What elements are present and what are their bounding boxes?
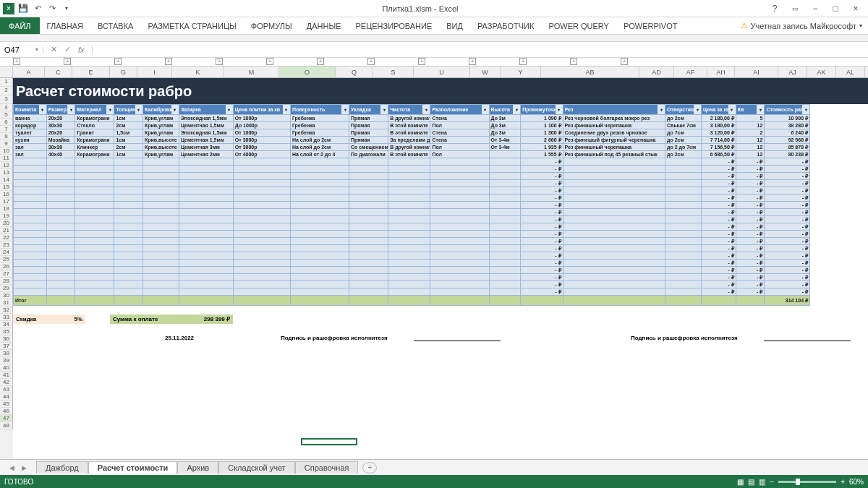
cell[interactable]: Клинкер (75, 144, 114, 151)
ribbon-tab[interactable]: POWERPIVOT (616, 17, 685, 34)
cell[interactable]: - ₽ (736, 231, 765, 238)
cell[interactable] (14, 216, 47, 223)
cell[interactable] (142, 260, 179, 267)
cell[interactable]: В другой комнате (388, 144, 430, 151)
cell[interactable] (349, 288, 388, 296)
cell[interactable]: - ₽ (736, 166, 765, 173)
cell[interactable] (430, 274, 489, 281)
cell[interactable] (142, 238, 179, 245)
cell[interactable] (14, 252, 47, 260)
cell[interactable] (430, 260, 489, 267)
cell[interactable] (665, 260, 702, 267)
cell[interactable] (430, 202, 489, 209)
cell[interactable]: - ₽ (765, 260, 810, 267)
cells-area[interactable]: Расчет стоимости рабро Комната▾Размер▾Ма… (13, 78, 868, 459)
cell[interactable]: Рез финишный под 45 резаный стык (563, 151, 665, 158)
column-header[interactable]: Промежуточная▾ (521, 105, 563, 115)
cell[interactable] (142, 158, 179, 166)
cell[interactable]: до 2 до 7см (665, 144, 702, 151)
cell[interactable] (46, 209, 75, 216)
cell[interactable]: Крив,высоте (142, 137, 179, 144)
cell[interactable]: - ₽ (736, 274, 765, 281)
cell[interactable] (290, 180, 349, 187)
cell[interactable] (233, 158, 290, 166)
cell[interactable] (349, 194, 388, 202)
cell[interactable] (14, 166, 47, 173)
cell[interactable]: Цементная 2мм (179, 151, 233, 158)
cell[interactable] (430, 238, 489, 245)
cell[interactable] (388, 267, 430, 274)
cell[interactable]: 1 300 ₽ (521, 129, 563, 137)
cell[interactable] (75, 166, 114, 173)
cell[interactable]: Стена (430, 115, 489, 122)
cell[interactable]: - ₽ (521, 288, 563, 296)
cell[interactable] (46, 223, 75, 231)
cell[interactable]: Пол (430, 122, 489, 129)
cell[interactable]: - ₽ (765, 252, 810, 260)
cell[interactable] (665, 158, 702, 166)
cell[interactable] (14, 231, 47, 238)
cell[interactable]: 38 280 ₽ (765, 122, 810, 129)
cell[interactable]: Керамограни (75, 151, 114, 158)
cell[interactable] (489, 252, 521, 260)
cell[interactable] (388, 231, 430, 238)
cell[interactable]: - ₽ (765, 187, 810, 194)
cell[interactable]: - ₽ (736, 209, 765, 216)
cell[interactable] (142, 267, 179, 274)
cell[interactable]: Свыше 7см (665, 122, 702, 129)
cell[interactable] (46, 281, 75, 288)
cell[interactable] (46, 274, 75, 281)
cell[interactable] (233, 288, 290, 296)
cell[interactable]: - ₽ (521, 180, 563, 187)
cell[interactable] (563, 231, 665, 238)
cell[interactable]: Прямая (349, 129, 388, 137)
cell[interactable]: - ₽ (765, 238, 810, 245)
cell[interactable] (489, 173, 521, 180)
cell[interactable] (114, 194, 143, 202)
column-header[interactable]: Рез▾ (563, 105, 665, 115)
cell[interactable] (349, 260, 388, 267)
cell[interactable] (388, 274, 430, 281)
cell[interactable]: зал (14, 151, 47, 158)
cell[interactable]: 7 714,00 ₽ (702, 137, 736, 144)
cell[interactable] (142, 180, 179, 187)
cell[interactable] (75, 216, 114, 223)
filter-icon[interactable]: ▾ (556, 105, 563, 114)
cell[interactable]: Стена (430, 129, 489, 137)
cell[interactable]: - ₽ (702, 202, 736, 209)
filter-icon[interactable]: ▾ (135, 105, 142, 114)
cell[interactable]: Прямая (349, 137, 388, 144)
cell[interactable] (430, 209, 489, 216)
save-icon[interactable]: 💾 (17, 3, 29, 14)
cell[interactable]: кухня (14, 137, 47, 144)
filter-icon[interactable]: ▾ (67, 105, 75, 114)
cell[interactable] (290, 274, 349, 281)
cell[interactable]: Рез черновой болгарка мокро рез (563, 115, 665, 122)
cell[interactable] (489, 267, 521, 274)
cell[interactable] (388, 180, 430, 187)
column-header[interactable]: Размер▾ (46, 105, 75, 115)
help-icon[interactable]: ? (765, 2, 784, 15)
column-header[interactable]: Цена за кв▾ (702, 105, 736, 115)
cell[interactable]: Прямая (349, 122, 388, 129)
cell[interactable]: - ₽ (765, 281, 810, 288)
cell[interactable] (114, 231, 143, 238)
filter-icon[interactable]: ▾ (513, 105, 520, 114)
cell[interactable] (179, 209, 233, 216)
cell[interactable]: - ₽ (521, 281, 563, 288)
cell[interactable] (114, 173, 143, 180)
cell[interactable] (489, 158, 521, 166)
cell[interactable] (233, 209, 290, 216)
cell[interactable]: Цементная 1,5мм (179, 122, 233, 129)
cell[interactable] (388, 260, 430, 267)
cell[interactable] (114, 281, 143, 288)
cell[interactable]: - ₽ (736, 223, 765, 231)
qa-customize-icon[interactable]: ▾ (61, 3, 72, 14)
cell[interactable]: Керамограни (75, 115, 114, 122)
cell[interactable]: Эпоксидная 1,5мм (179, 115, 233, 122)
cell[interactable] (114, 267, 143, 274)
cell[interactable] (14, 267, 47, 274)
cell[interactable]: - ₽ (736, 252, 765, 260)
cell[interactable] (46, 180, 75, 187)
cell[interactable] (489, 166, 521, 173)
